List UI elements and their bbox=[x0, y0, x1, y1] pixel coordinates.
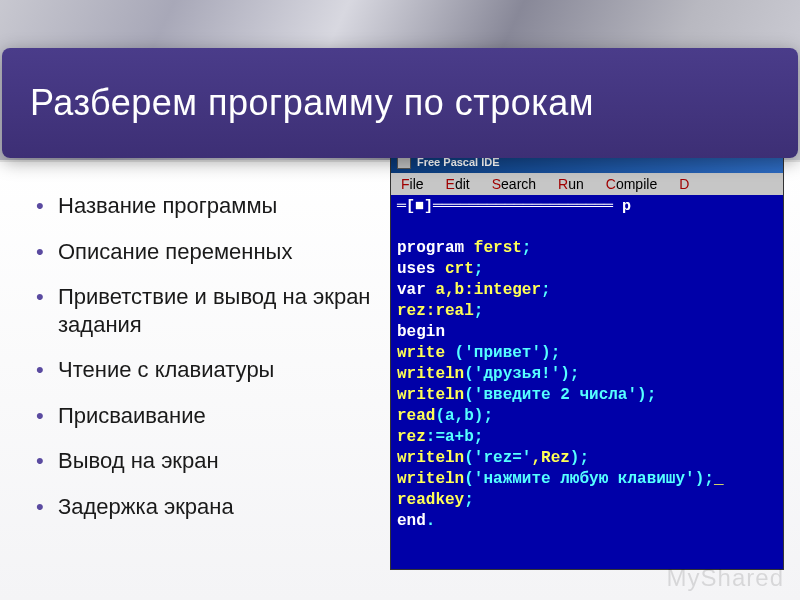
code-keyword: begin bbox=[397, 323, 445, 341]
code-punct: (a,b); bbox=[435, 407, 493, 425]
code-ident: writeln bbox=[397, 386, 464, 404]
code-ident: write bbox=[397, 344, 445, 362]
code-punct: ); bbox=[541, 344, 560, 362]
list-item: Чтение с клавиатуры bbox=[36, 356, 380, 384]
list-item: Приветствие и вывод на экран задания bbox=[36, 283, 380, 338]
code-ident: rez bbox=[397, 428, 426, 446]
menu-compile[interactable]: Compile bbox=[606, 176, 657, 192]
code-string: 'rez=' bbox=[474, 449, 532, 467]
code-block: program ferst; uses crt; var a,b:integer… bbox=[397, 217, 777, 553]
menu-file[interactable]: File bbox=[401, 176, 424, 192]
code-punct: . bbox=[426, 512, 436, 530]
menu-search[interactable]: Search bbox=[492, 176, 536, 192]
code-punct: ( bbox=[464, 449, 474, 467]
list-item: Вывод на экран bbox=[36, 447, 380, 475]
code-ident: a,b:integer bbox=[426, 281, 541, 299]
code-keyword: var bbox=[397, 281, 426, 299]
code-ident: writeln bbox=[397, 365, 464, 383]
code-ident: writeln bbox=[397, 449, 464, 467]
list-item: Присваивание bbox=[36, 402, 380, 430]
code-keyword: uses bbox=[397, 260, 435, 278]
list-item: Задержка экрана bbox=[36, 493, 380, 521]
menu-d[interactable]: D bbox=[679, 176, 689, 192]
code-punct: ( bbox=[464, 386, 474, 404]
code-ident: crt bbox=[435, 260, 473, 278]
watermark: MyShared bbox=[667, 564, 784, 592]
code-string: 'нажмите любую клавишу' bbox=[474, 470, 695, 488]
code-punct: ; bbox=[464, 491, 474, 509]
code-ident: writeln bbox=[397, 470, 464, 488]
code-punct: ); bbox=[695, 470, 714, 488]
code-punct: ( bbox=[464, 365, 474, 383]
watermark-my: My bbox=[667, 564, 701, 591]
code-punct: ( bbox=[464, 470, 474, 488]
code-punct: ); bbox=[637, 386, 656, 404]
code-string: 'привет' bbox=[464, 344, 541, 362]
slide-title-panel: Разберем программу по строкам bbox=[2, 48, 798, 158]
ide-editor-area: ═[■]════════════════════ p program ferst… bbox=[391, 195, 783, 569]
ide-screenshot: Free Pascal IDE File Edit Search Run Com… bbox=[390, 162, 800, 600]
code-ident: readkey bbox=[397, 491, 464, 509]
list-item: Описание переменных bbox=[36, 238, 380, 266]
menu-edit[interactable]: Edit bbox=[446, 176, 470, 192]
code-punct: ; bbox=[474, 260, 484, 278]
menu-run[interactable]: Run bbox=[558, 176, 584, 192]
code-punct: ( bbox=[445, 344, 464, 362]
cursor-icon: _ bbox=[714, 470, 724, 488]
code-punct: ; bbox=[474, 302, 484, 320]
code-ident: read bbox=[397, 407, 435, 425]
code-ident: ,Rez bbox=[531, 449, 569, 467]
slide-body: Название программы Описание переменных П… bbox=[0, 162, 800, 600]
code-ident: ferst bbox=[464, 239, 522, 257]
code-punct: ; bbox=[522, 239, 532, 257]
code-string: 'введите 2 числа' bbox=[474, 386, 637, 404]
ide-menubar: File Edit Search Run Compile D bbox=[391, 173, 783, 195]
code-keyword: program bbox=[397, 239, 464, 257]
watermark-shared: Shared bbox=[701, 564, 784, 591]
ide-window: Free Pascal IDE File Edit Search Run Com… bbox=[390, 150, 784, 570]
code-operator: :=a+b; bbox=[426, 428, 484, 446]
code-punct: ); bbox=[560, 365, 579, 383]
code-punct: ; bbox=[541, 281, 551, 299]
code-punct: ); bbox=[570, 449, 589, 467]
frame-decor: ═[■]════════════════════ p bbox=[397, 199, 777, 215]
code-ident: rez:real bbox=[397, 302, 474, 320]
code-keyword: end bbox=[397, 512, 426, 530]
list-item: Название программы bbox=[36, 192, 380, 220]
bullet-list: Название программы Описание переменных П… bbox=[0, 162, 390, 600]
code-string: 'друзья!' bbox=[474, 365, 560, 383]
slide-title: Разберем программу по строкам bbox=[30, 82, 594, 124]
